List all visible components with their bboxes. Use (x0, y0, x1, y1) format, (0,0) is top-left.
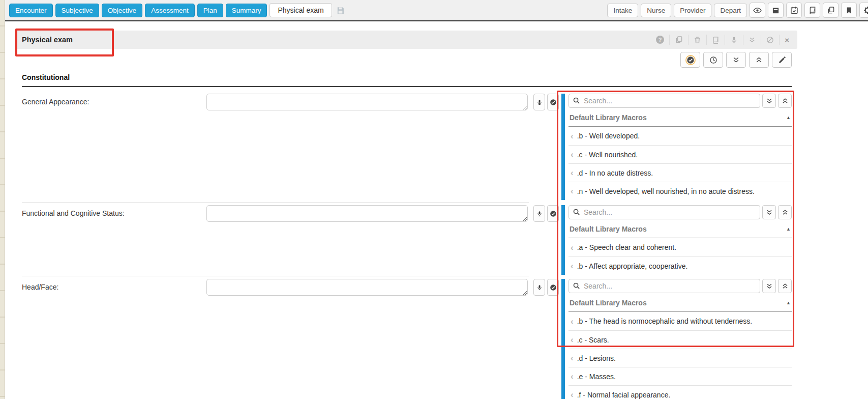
eye-icon (753, 6, 762, 15)
macro-item[interactable]: ‹.b - Well developed. (568, 127, 792, 145)
macro-item-label: .e - Masses. (577, 373, 616, 381)
calendar-button[interactable] (786, 3, 802, 18)
complete-normals-button[interactable] (680, 52, 700, 68)
constitutional-section-title: Constitutional (22, 73, 792, 87)
copy-section-button[interactable] (669, 35, 688, 45)
provider-button[interactable]: Provider (674, 4, 711, 17)
section-header-bar: Physical exam ? × (15, 31, 797, 49)
expand-macros-button[interactable] (762, 94, 776, 108)
functional-cognitive-textarea[interactable] (206, 205, 528, 222)
expand-all-button[interactable] (726, 52, 746, 68)
depart-button[interactable]: Depart (714, 4, 747, 17)
macro-search-input[interactable] (568, 205, 760, 219)
general-appearance-textarea[interactable] (206, 94, 528, 110)
macro-item[interactable]: ‹.b - The head is normocephalic and with… (568, 312, 792, 330)
delete-section-button[interactable] (688, 35, 706, 45)
field-label: Functional and Cognitive Status: (22, 209, 125, 217)
macro-group-header[interactable]: Default Library Macros ▲ (568, 111, 792, 127)
microphone-icon (536, 99, 543, 106)
macro-item[interactable]: ‹.d - Lesions. (568, 349, 792, 367)
section-disable-button[interactable] (761, 35, 779, 45)
section-collapse-button[interactable] (743, 35, 761, 45)
section-library-button[interactable] (706, 35, 725, 45)
tab-plan[interactable]: Plan (197, 4, 223, 17)
macro-search-input[interactable] (568, 94, 760, 108)
head-face-textarea[interactable] (206, 279, 528, 296)
book-icon (809, 6, 817, 14)
book-icon (712, 36, 720, 44)
macro-item-label: .b - Well developed. (577, 132, 640, 140)
eye-button[interactable] (750, 3, 765, 18)
chevrons-down-icon (766, 282, 773, 290)
help-button[interactable]: ? (651, 35, 669, 45)
tab-summary[interactable]: Summary (226, 4, 267, 17)
close-icon: × (785, 36, 789, 44)
calendar-check-icon (790, 6, 798, 14)
microphone-icon (536, 210, 543, 217)
chevrons-up-icon (782, 97, 789, 104)
tab-encounter[interactable]: Encounter (9, 4, 53, 17)
caret-up-icon: ▲ (786, 115, 791, 120)
expand-macros-button[interactable] (762, 279, 776, 293)
dictate-button[interactable] (533, 94, 545, 110)
macro-item[interactable]: ‹.d - In no acute distress. (568, 163, 792, 182)
tab-subjective[interactable]: Subjective (55, 4, 99, 17)
row-divider (22, 276, 529, 276)
collapse-macros-button[interactable] (778, 279, 792, 293)
dictate-button[interactable] (533, 205, 545, 222)
chevron-left-icon: ‹ (571, 372, 574, 381)
edit-button[interactable] (772, 52, 792, 68)
mark-normal-button[interactable] (547, 94, 559, 110)
tab-physical-exam-active[interactable]: Physical exam (270, 3, 332, 17)
chevron-left-icon: ‹ (571, 335, 574, 344)
bookmark-button[interactable] (841, 3, 857, 18)
macro-item[interactable]: ‹.b - Affect appropriate, cooperative. (568, 256, 792, 275)
bookmark-icon (845, 7, 853, 14)
check-circle-icon (550, 284, 557, 291)
macro-item[interactable]: ‹.a - Speech clear and coherent. (568, 238, 792, 256)
history-button[interactable] (703, 52, 723, 68)
copy-button[interactable] (823, 3, 839, 18)
macro-item-label: .b - The head is normocephalic and witho… (577, 317, 753, 325)
dictate-button[interactable] (533, 279, 545, 296)
macro-item[interactable]: ‹.e - Masses. (568, 367, 792, 385)
macro-item[interactable]: ‹.c - Well nourished. (568, 145, 792, 163)
section-dictate-button[interactable] (725, 35, 743, 45)
mark-normal-button[interactable] (547, 279, 559, 296)
microphone-icon (730, 36, 738, 44)
macro-item-label: .c - Well nourished. (577, 151, 638, 159)
mark-normal-button[interactable] (547, 205, 559, 222)
library-button[interactable] (804, 3, 820, 18)
expand-macros-button[interactable] (762, 205, 776, 219)
macro-item[interactable]: ‹.f - Normal facial appearance. (568, 385, 792, 399)
settings-button[interactable] (859, 3, 868, 18)
macro-group-title: Default Library Macros (570, 113, 647, 122)
macro-search-input[interactable] (568, 279, 760, 293)
archive-button[interactable] (768, 3, 784, 18)
check-circle-icon (550, 210, 557, 217)
section-close-button[interactable]: × (779, 35, 794, 45)
macro-item[interactable]: ‹.n - Well developed, well nourished, in… (568, 182, 792, 200)
nurse-button[interactable]: Nurse (641, 4, 671, 17)
collapse-macros-button[interactable] (778, 205, 792, 219)
tab-objective[interactable]: Objective (102, 4, 142, 17)
macro-group-header[interactable]: Default Library Macros ▲ (568, 296, 792, 312)
macro-item[interactable]: ‹.c - Scars. (568, 330, 792, 349)
collapse-macros-button[interactable] (778, 94, 792, 108)
caret-up-icon: ▲ (786, 300, 791, 305)
chevrons-down-icon (766, 209, 773, 216)
copy-pages-icon (675, 36, 683, 44)
clock-icon (709, 56, 717, 64)
field-label: General Appearance: (22, 98, 89, 106)
chevron-left-icon: ‹ (571, 390, 574, 399)
caret-up-icon: ▲ (786, 226, 791, 232)
macro-group-header[interactable]: Default Library Macros ▲ (568, 222, 792, 238)
macro-panel-accent-bar (561, 205, 565, 275)
intake-button[interactable]: Intake (607, 4, 638, 17)
top-toolbar: Encounter Subjective Objective Assessmen… (5, 0, 868, 21)
chevrons-up-icon (755, 56, 763, 64)
tab-assessment[interactable]: Assessment (145, 4, 195, 17)
collapse-all-button[interactable] (749, 52, 769, 68)
macro-panel: Default Library Macros ▲ ‹.b - The head … (561, 279, 792, 399)
search-icon (573, 282, 580, 290)
